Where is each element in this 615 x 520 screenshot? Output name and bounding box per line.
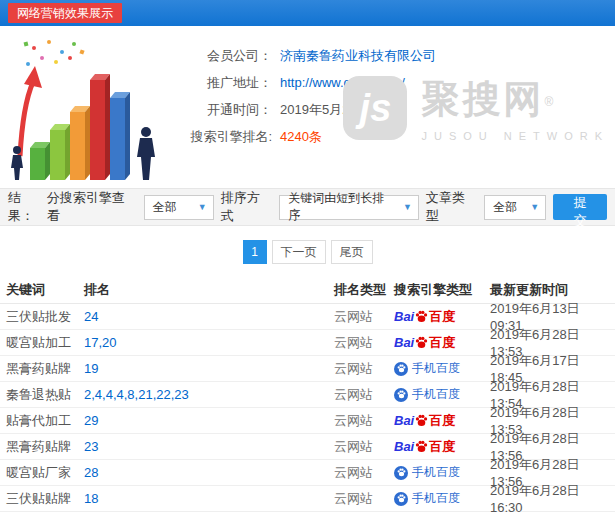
- watermark-brand: 聚搜网: [421, 78, 544, 120]
- topbar: 网络营销效果展示: [0, 0, 615, 26]
- baidu-logo-text: Bai: [394, 335, 414, 350]
- chevron-down-icon: ▼: [198, 202, 207, 212]
- rank-count-value: 4240条: [280, 128, 322, 146]
- engine-select-value: 全部: [153, 199, 177, 216]
- engine-select[interactable]: 全部 ▼: [144, 195, 214, 220]
- last-page-button[interactable]: 尾页: [331, 240, 373, 264]
- rank-cell[interactable]: 17,20: [84, 335, 334, 350]
- header-keyword: 关键词: [0, 281, 84, 299]
- keyword-cell: 三伏贴批发: [0, 308, 84, 326]
- filter-bar: 结果： 分搜索引擎查看 全部 ▼ 排序方式 关键词由短到长排序 ▼ 文章类型 全…: [0, 188, 615, 226]
- rank-count-label: 搜索引擎排名:: [168, 128, 272, 146]
- rank-cell[interactable]: 18: [84, 491, 334, 506]
- info-section: 会员公司： 济南秦鲁药业科技有限公司 推广地址： http://www.qlyy…: [0, 26, 615, 188]
- keyword-cell: 黑膏药贴牌: [0, 360, 84, 378]
- baidu-logo-text: Bai: [394, 413, 414, 428]
- rank-type-cell: 云网站: [334, 334, 394, 352]
- ranking-table: 关键词 排名 排名类型 搜索引擎类型 最新更新时间 三伏贴批发 24 云网站 B…: [0, 276, 615, 512]
- engine-cell: Bai 百度 手机百度: [394, 308, 490, 326]
- mobile-baidu-label: 手机百度: [412, 464, 460, 481]
- engine-filter-label: 分搜索引擎查看: [47, 189, 137, 225]
- sort-select[interactable]: 关键词由短到长排序 ▼: [279, 195, 419, 220]
- info-row-company: 会员公司： 济南秦鲁药业科技有限公司: [168, 42, 436, 69]
- sort-filter-label: 排序方式: [221, 189, 272, 225]
- baidu-logo: Bai 百度: [394, 308, 455, 326]
- registered-mark: ®: [544, 95, 553, 109]
- baidu-logo: Bai 百度: [394, 438, 455, 456]
- type-select-value: 全部: [493, 199, 517, 216]
- mobile-baidu-icon: [394, 388, 408, 402]
- rank-cell[interactable]: 2,4,4,4,8,21,22,23: [84, 387, 334, 402]
- mobile-baidu-logo: 手机百度: [394, 464, 460, 481]
- baidu-paw-icon: [415, 336, 428, 349]
- page-title: 网络营销效果展示: [8, 3, 122, 23]
- info-row-url: 推广地址： http://www.qlyyjt.com/: [168, 69, 436, 96]
- mobile-baidu-icon: [394, 362, 408, 376]
- engine-cell: Bai 百度 手机百度: [394, 360, 490, 377]
- open-time-label: 开通时间：: [168, 101, 272, 119]
- mobile-baidu-logo: 手机百度: [394, 386, 460, 403]
- engine-cell: Bai 百度 手机百度: [394, 490, 490, 507]
- mobile-baidu-label: 手机百度: [412, 386, 460, 403]
- baidu-logo-du: 百度: [429, 308, 455, 326]
- baidu-paw-icon: [415, 414, 428, 427]
- baidu-logo-du: 百度: [429, 334, 455, 352]
- company-link[interactable]: 济南秦鲁药业科技有限公司: [280, 47, 436, 65]
- keyword-cell: 三伏贴贴牌: [0, 490, 84, 508]
- baidu-logo-text: Bai: [394, 439, 414, 454]
- header-rank: 排名: [84, 281, 334, 299]
- rank-cell[interactable]: 29: [84, 413, 334, 428]
- next-page-button[interactable]: 下一页: [272, 240, 326, 264]
- mobile-baidu-label: 手机百度: [412, 360, 460, 377]
- open-time-value: 2019年5月27日 09:17: [280, 101, 406, 119]
- mobile-baidu-logo: 手机百度: [394, 360, 460, 377]
- baidu-paw-icon: [415, 440, 428, 453]
- rank-cell[interactable]: 23: [84, 439, 334, 454]
- table-row: 三伏贴贴牌 18 云网站 Bai 百度: [0, 486, 615, 512]
- chevron-down-icon: ▼: [403, 202, 412, 212]
- keyword-cell: 贴膏代加工: [0, 412, 84, 430]
- chevron-down-icon: ▼: [530, 202, 539, 212]
- baidu-paw-icon: [415, 310, 428, 323]
- engine-cell: Bai 百度 手机百度: [394, 438, 490, 456]
- keyword-cell: 暖宫贴加工: [0, 334, 84, 352]
- url-label: 推广地址：: [168, 74, 272, 92]
- company-label: 会员公司：: [168, 47, 272, 65]
- promotion-url-link[interactable]: http://www.qlyyjt.com/: [280, 75, 405, 90]
- pagination: 1 下一页 尾页: [0, 240, 615, 264]
- info-row-open-time: 开通时间： 2019年5月27日 09:17: [168, 96, 436, 123]
- mobile-baidu-label: 手机百度: [412, 490, 460, 507]
- header-update-time: 最新更新时间: [490, 281, 615, 299]
- keyword-cell: 秦鲁退热贴: [0, 386, 84, 404]
- engine-cell: Bai 百度 手机百度: [394, 386, 490, 403]
- info-row-rank-count: 搜索引擎排名: 4240条: [168, 123, 436, 150]
- page-current[interactable]: 1: [243, 240, 267, 264]
- baidu-logo: Bai 百度: [394, 412, 455, 430]
- bar-chart-illustration: [4, 34, 162, 184]
- baidu-logo-text: Bai: [394, 309, 414, 324]
- sort-select-value: 关键词由短到长排序: [288, 190, 395, 224]
- rank-type-cell: 云网站: [334, 464, 394, 482]
- header-engine-type: 搜索引擎类型: [394, 281, 490, 299]
- baidu-logo: Bai 百度: [394, 334, 455, 352]
- watermark-text: 聚搜网® JUSOU NETWORK: [421, 74, 609, 142]
- rank-cell[interactable]: 24: [84, 309, 334, 324]
- result-label: 结果：: [8, 189, 47, 225]
- baidu-logo-du: 百度: [429, 438, 455, 456]
- submit-button[interactable]: 提交: [553, 194, 607, 220]
- rank-cell[interactable]: 28: [84, 465, 334, 480]
- time-cell: 2019年6月28日 16:30: [490, 482, 615, 515]
- table-body: 三伏贴批发 24 云网站 Bai 百度: [0, 304, 615, 512]
- engine-cell: Bai 百度 手机百度: [394, 464, 490, 481]
- rank-type-cell: 云网站: [334, 412, 394, 430]
- mobile-baidu-icon: [394, 492, 408, 506]
- article-type-select[interactable]: 全部 ▼: [484, 195, 546, 220]
- mobile-baidu-logo: 手机百度: [394, 490, 460, 507]
- header-rank-type: 排名类型: [334, 281, 394, 299]
- rank-type-cell: 云网站: [334, 360, 394, 378]
- rank-type-cell: 云网站: [334, 386, 394, 404]
- baidu-logo-du: 百度: [429, 412, 455, 430]
- mobile-baidu-icon: [394, 466, 408, 480]
- rank-cell[interactable]: 19: [84, 361, 334, 376]
- engine-cell: Bai 百度 手机百度: [394, 334, 490, 352]
